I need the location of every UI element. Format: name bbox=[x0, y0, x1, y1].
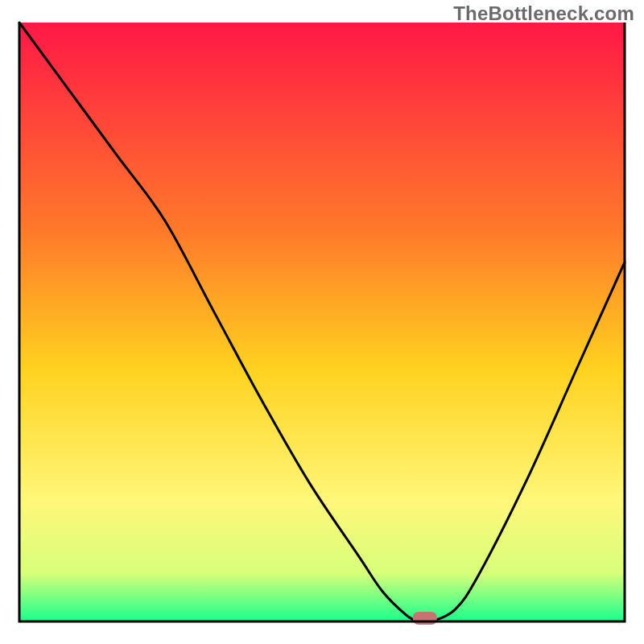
watermark-text: TheBottleneck.com bbox=[453, 2, 634, 25]
optimal-marker bbox=[413, 612, 437, 625]
bottleneck-chart bbox=[0, 0, 644, 644]
chart-background bbox=[19, 23, 625, 621]
